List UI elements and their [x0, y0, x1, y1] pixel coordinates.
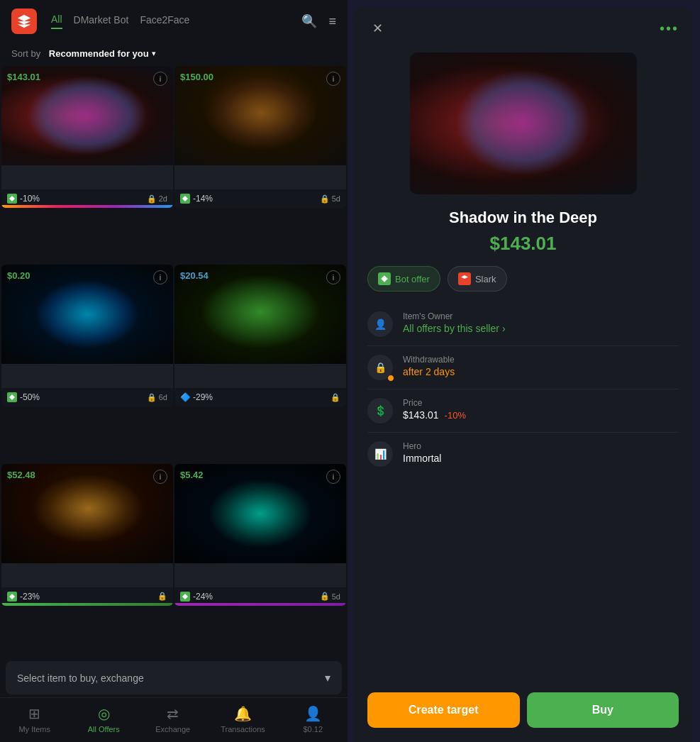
lock-icon-1: 🔒 — [147, 194, 157, 204]
close-button[interactable]: ✕ — [367, 18, 387, 38]
nav-tab-face2face[interactable]: Face2Face — [140, 14, 189, 28]
item-price-2: $150.00 — [180, 72, 213, 82]
svg-marker-5 — [381, 275, 388, 282]
info-row-price: 💲 Price $143.01 -10% — [367, 389, 679, 433]
item-price-4: $20.54 — [180, 270, 209, 281]
offer-tab-slark[interactable]: Slark — [448, 266, 507, 292]
svg-marker-0 — [9, 196, 15, 201]
item-discount-2: -14% — [180, 194, 213, 204]
my-items-label: My Items — [18, 725, 50, 733]
item-lock-2: 🔒 5d — [320, 194, 340, 204]
hero-icon: 📊 — [367, 441, 393, 467]
left-panel: All DMarket Bot Face2Face 🔍 ≡ Sort by Re… — [0, 0, 348, 742]
info-section: 👤 Item's Owner All offers by this seller… — [353, 303, 693, 681]
items-grid: $143.01 i -10% 🔒 2d $150.00 i — [0, 66, 348, 661]
nav-tab-all[interactable]: All — [51, 13, 62, 29]
detail-panel: ✕ ••• Shadow in the Deep $143.01 Bot off… — [353, 7, 693, 742]
nav-item-exchange[interactable]: ⇄ Exchange — [152, 705, 194, 733]
item-card-1[interactable]: $143.01 i -10% 🔒 2d — [1, 66, 173, 208]
item-detail-name: Shadow in the Deep — [353, 209, 693, 233]
nav-item-my-items[interactable]: ⊞ My Items — [13, 705, 56, 733]
chevron-right-icon: › — [502, 323, 506, 334]
nav-item-transactions[interactable]: 🔔 Transactions — [221, 705, 265, 733]
detail-header: ✕ ••• — [353, 7, 693, 45]
info-icon-6[interactable]: i — [326, 470, 340, 484]
price-discount-badge: -10% — [445, 410, 466, 421]
svg-marker-4 — [182, 594, 188, 599]
item-discount-5: -23% — [7, 592, 40, 602]
nav-item-all-offers[interactable]: ◎ All Offers — [82, 705, 125, 733]
item-card-6[interactable]: $5.42 i -24% 🔒 5d — [174, 464, 346, 606]
sort-label: Sort by — [11, 48, 40, 59]
svg-marker-2 — [9, 394, 15, 400]
wallet-label: $0.12 — [303, 725, 323, 733]
owner-label: Item's Owner — [403, 311, 506, 321]
item-lock-1: 🔒 2d — [147, 194, 167, 204]
item-price-6: $5.42 — [180, 470, 204, 480]
item-price-3: $0.20 — [7, 270, 30, 281]
item-card-3[interactable]: $0.20 i -50% 🔒 6d — [1, 265, 173, 406]
owner-link[interactable]: All offers by this seller › — [403, 323, 506, 334]
all-offers-label: All Offers — [88, 725, 120, 733]
item-lock-4: 🔒 — [330, 393, 340, 402]
lock-icon-4: 🔒 — [330, 393, 340, 402]
create-target-button[interactable]: Create target — [367, 692, 520, 728]
chevron-down-icon: ▾ — [152, 49, 156, 58]
select-label: Select item to buy, exchange — [17, 672, 144, 684]
item-discount-1: -10% — [7, 194, 40, 204]
nav-item-wallet[interactable]: 👤 $0.12 — [291, 705, 334, 733]
select-item-bar[interactable]: Select item to buy, exchange ▾ — [6, 661, 342, 694]
owner-content: Item's Owner All offers by this seller › — [403, 311, 506, 334]
header-icons: 🔍 ≡ — [301, 13, 336, 29]
item-discount-4: 🔷 -29% — [180, 392, 213, 402]
item-lock-3: 🔒 6d — [147, 393, 167, 402]
hero-label: Hero — [403, 441, 441, 451]
app-logo[interactable] — [11, 9, 37, 34]
item-detail-image — [410, 52, 637, 194]
transactions-icon: 🔔 — [234, 705, 252, 722]
item-image-section — [353, 45, 693, 209]
hero-value: Immortal — [403, 453, 441, 464]
item-discount-6: -24% — [180, 592, 213, 602]
lock-icon-2: 🔒 — [320, 194, 330, 204]
nav-tab-dmarket-bot[interactable]: DMarket Bot — [74, 14, 129, 28]
item-card-4[interactable]: $20.54 i 🔷 -29% 🔒 — [174, 265, 346, 406]
sort-value: Recommended for you — [49, 48, 149, 59]
warning-dot — [387, 375, 394, 382]
item-card-5[interactable]: $52.48 i -23% 🔒 — [1, 464, 173, 606]
gradient-bar-6 — [174, 603, 346, 606]
item-footer-2: -14% 🔒 5d — [174, 189, 346, 208]
item-footer-3: -50% 🔒 6d — [1, 388, 173, 406]
offer-tabs: Bot offer Slark — [353, 266, 693, 303]
dmarket-icon-1 — [7, 194, 17, 204]
bottom-navigation: ⊞ My Items ◎ All Offers ⇄ Exchange 🔔 Tra… — [0, 697, 348, 742]
gradient-bar-5 — [1, 603, 173, 606]
item-detail-price: $143.01 — [353, 233, 693, 266]
info-icon-2[interactable]: i — [326, 72, 340, 86]
app-header: All DMarket Bot Face2Face 🔍 ≡ — [0, 0, 348, 43]
filter-icon[interactable]: ≡ — [328, 14, 336, 29]
info-icon-1[interactable]: i — [153, 72, 167, 86]
info-icon-5[interactable]: i — [153, 470, 167, 484]
item-card-2[interactable]: $150.00 i -14% 🔒 5d — [174, 66, 346, 208]
all-offers-icon: ◎ — [98, 705, 110, 722]
sort-bar[interactable]: Sort by Recommended for you ▾ — [0, 43, 348, 66]
item-price-1: $143.01 — [7, 72, 40, 82]
offer-tab-bot[interactable]: Bot offer — [367, 266, 440, 292]
more-options-button[interactable]: ••• — [660, 21, 679, 37]
price-content: Price $143.01 -10% — [403, 398, 466, 421]
slark-game-icon — [458, 272, 471, 285]
info-row-hero: 📊 Hero Immortal — [367, 433, 679, 475]
lock-icon-3: 🔒 — [147, 393, 157, 402]
buy-button[interactable]: Buy — [527, 692, 679, 728]
withdrawable-label: Withdrawable — [403, 355, 455, 365]
lock-icon-5: 🔒 — [157, 592, 167, 601]
price-icon: 💲 — [367, 398, 393, 423]
main-nav: All DMarket Bot Face2Face — [51, 13, 287, 29]
transactions-label: Transactions — [221, 725, 265, 733]
search-icon[interactable]: 🔍 — [301, 13, 317, 29]
withdrawable-icon: 🔒 — [367, 355, 393, 380]
my-items-icon: ⊞ — [28, 705, 40, 722]
exchange-icon: ⇄ — [167, 705, 179, 722]
info-row-owner: 👤 Item's Owner All offers by this seller… — [367, 303, 679, 346]
